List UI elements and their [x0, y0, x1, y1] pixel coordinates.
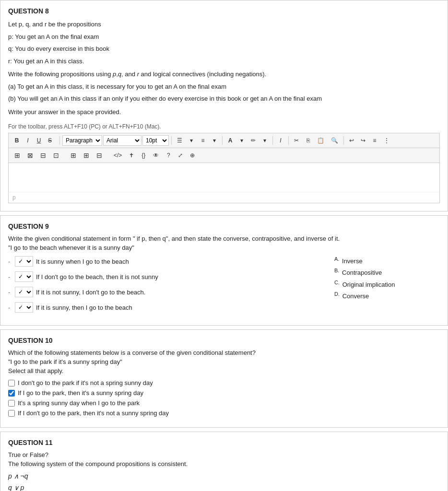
q8-intro: Let p, q, and r be the propositions: [8, 20, 440, 29]
undo-button[interactable]: ↩: [346, 135, 357, 146]
table1-button[interactable]: ⊞: [12, 150, 23, 161]
help-button[interactable]: ?: [163, 150, 174, 161]
plus-button[interactable]: ⊕: [187, 150, 198, 161]
size-select[interactable]: 10pt: [142, 135, 169, 146]
table3-button[interactable]: ⊟: [37, 150, 49, 161]
q10-options: I don't go to the park if it's not a spr…: [8, 379, 440, 417]
match-select-1[interactable]: ✓ABCD: [15, 256, 33, 267]
match-item-1: - ✓ABCD It is sunny when I go to the bea…: [8, 256, 325, 267]
q10-checkbox-4[interactable]: [8, 410, 15, 417]
q10-instruction: Which of the following statements below …: [8, 349, 440, 356]
q10-option-3: It's a spring sunny day when I go to the…: [8, 399, 440, 407]
match-text-1: It is sunny when I go to the beach: [36, 258, 129, 265]
numbered-dropdown-button[interactable]: ▾: [209, 135, 220, 146]
preview-button[interactable]: 👁: [150, 150, 162, 161]
cut-button[interactable]: ✂: [291, 135, 302, 146]
paste-button[interactable]: 📋: [314, 135, 327, 146]
bullet-list-button[interactable]: ☰: [174, 135, 185, 146]
editor-placeholder: p: [9, 192, 439, 203]
q10-checkbox-3[interactable]: [8, 400, 15, 407]
question-9-section: QUESTION 9 Write the given conditional s…: [0, 215, 448, 326]
q8-prop-r: r: You get an A in this class.: [8, 57, 440, 66]
q11-formula-1: p ∧ ¬q: [8, 472, 440, 480]
table2-button[interactable]: ⊠: [24, 150, 36, 161]
match-select-2[interactable]: ✓ABCD: [15, 271, 33, 282]
highlight-button[interactable]: ✏: [248, 135, 259, 146]
question-11-section: QUESTION 11 True or False? The following…: [0, 432, 448, 491]
q8-part-b: (b) You will get an A in this class if a…: [8, 94, 440, 104]
q11-instruction: True or False?: [8, 451, 440, 458]
match-select-4[interactable]: ✓ABCD: [15, 302, 33, 313]
match-select-3[interactable]: ✓ABCD: [15, 287, 33, 297]
match-item-3: - ✓ABCD If it is not sunny, I don't go t…: [8, 287, 325, 297]
q10-option-2: If I go to the park, then it's a sunny s…: [8, 389, 440, 397]
right-option-a: A. Inverse: [334, 256, 440, 265]
special-char-button[interactable]: ✝: [126, 150, 137, 161]
font-select[interactable]: Arial: [103, 135, 141, 146]
italic-button[interactable]: I: [23, 135, 33, 146]
underline-button[interactable]: U: [34, 135, 44, 146]
strikethrough-button[interactable]: S: [45, 135, 55, 146]
q8-prop-q: q: You do every exercise in this book: [8, 44, 440, 54]
font-color-button[interactable]: A: [225, 135, 236, 146]
font-color-dropdown[interactable]: ▾: [236, 135, 247, 146]
style-select[interactable]: Paragraph: [62, 135, 102, 146]
table6-button[interactable]: ⊞: [81, 150, 92, 161]
option-d-text: Converse: [342, 292, 369, 300]
q10-title: QUESTION 10: [8, 337, 440, 344]
sep6: [343, 136, 344, 145]
numbered-list-button[interactable]: ≡: [198, 135, 208, 146]
right-option-c: C. Original implication: [334, 280, 440, 288]
q10-checkbox-2[interactable]: [8, 390, 15, 397]
q8-part-a: (a) To get an A in this class, it is nec…: [8, 82, 440, 92]
q10-option-1: I don't go to the park if it's not a spr…: [8, 379, 440, 386]
q10-option-4: If I don't go to the park, then it's not…: [8, 409, 440, 417]
letter-d: D.: [334, 291, 340, 297]
sep2: [171, 136, 172, 145]
code-button[interactable]: </>: [111, 150, 125, 161]
table7-button[interactable]: ⊟: [94, 150, 105, 161]
search-button[interactable]: 🔍: [328, 135, 341, 146]
match-text-3: If it is not sunny, I don't go to the be…: [36, 289, 145, 296]
bold-button[interactable]: B: [12, 135, 22, 146]
q10-checkbox-1[interactable]: [8, 380, 15, 386]
letter-b: B.: [334, 268, 339, 273]
table5-button[interactable]: ⊞: [68, 150, 79, 161]
editor-area[interactable]: p: [8, 163, 440, 203]
option-c-text: Original implication: [342, 281, 395, 288]
more-button[interactable]: ≡: [369, 135, 380, 146]
more2-button[interactable]: ⋮: [381, 135, 392, 146]
q8-title: QUESTION 8: [8, 7, 440, 15]
match-text-4: If it is sunny, then I go to the beach: [36, 304, 132, 311]
bullet-dropdown-button[interactable]: ▾: [186, 135, 197, 146]
match-text-2: If I don't go to the beach, then it is n…: [36, 273, 158, 281]
option-b-text: Contrapositive: [342, 269, 382, 277]
widget-button[interactable]: {}: [138, 150, 149, 161]
match-item-2: - ✓ABCD If I don't go to the beach, then…: [8, 271, 325, 282]
letter-c: C.: [334, 280, 340, 285]
copy-button[interactable]: ⎘: [303, 135, 313, 146]
q9-instruction: Write the given conditional statement in…: [8, 235, 440, 242]
question-8-section: QUESTION 8 Let p, q, and r be the propos…: [0, 0, 448, 211]
editor-toolbar-row2: ⊞ ⊠ ⊟ ⊡ ⊞ ⊞ ⊟ </> ✝ {} 👁 ? ⤢ ⊕: [8, 148, 440, 163]
letter-a: A.: [334, 256, 339, 262]
editor-content[interactable]: [9, 163, 439, 192]
fullscreen-button[interactable]: ⤢: [175, 150, 186, 161]
redo-button[interactable]: ↪: [358, 135, 368, 146]
q9-left-column: - ✓ABCD It is sunny when I go to the bea…: [8, 256, 325, 317]
q11-description: The following system of the compound pro…: [8, 460, 440, 468]
q10-option-3-text: It's a spring sunny day when I go to the…: [18, 399, 140, 407]
dash-4: -: [8, 304, 12, 311]
italic-alt-button[interactable]: I: [275, 135, 286, 146]
highlight-dropdown[interactable]: ▾: [259, 135, 270, 146]
dash-1: -: [8, 258, 12, 265]
q9-given: "I go to the beach whenever it is a sunn…: [8, 244, 440, 251]
format-buttons: B I U S: [12, 135, 55, 146]
right-option-b: B. Contrapositive: [334, 268, 440, 276]
q10-given: "I go to the park if it's a sunny spring…: [8, 358, 440, 365]
q10-option-4-text: If I don't go to the park, then it's not…: [18, 409, 169, 417]
q9-right-column: A. Inverse B. Contrapositive C. Original…: [334, 256, 440, 317]
table4-button[interactable]: ⊡: [50, 150, 62, 161]
q11-formula-2: q ∨ p: [8, 484, 440, 491]
q10-option-1-text: I don't go to the park if it's not a spr…: [18, 379, 153, 386]
